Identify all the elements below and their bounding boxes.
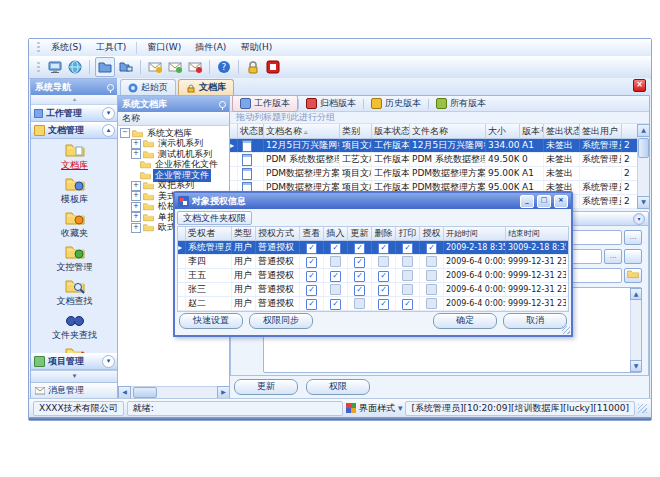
print-checkbox[interactable]	[402, 284, 413, 295]
insert-checkbox[interactable]	[330, 271, 341, 282]
small-button[interactable]	[624, 249, 642, 264]
menu-system[interactable]: 系统(S)	[44, 39, 89, 56]
grant-checkbox[interactable]	[426, 256, 437, 267]
sidebar-section-work[interactable]: 工作管理	[31, 105, 118, 122]
toolbar-grip[interactable]	[37, 62, 40, 73]
column-header[interactable]: 插入	[324, 227, 348, 240]
print-checkbox[interactable]	[402, 243, 413, 254]
dialog-title-bar[interactable]: 对象授权信息 _ □ ×	[175, 193, 571, 209]
ok-button[interactable]: 确定	[433, 313, 497, 329]
horizontal-scrollbar[interactable]: ◀ ▶	[118, 386, 230, 398]
column-header[interactable]: 打印	[396, 227, 420, 240]
delete-checkbox[interactable]	[378, 256, 389, 267]
view-checkbox[interactable]	[306, 299, 317, 310]
sidebar-section-project[interactable]: 项目管理	[31, 353, 118, 370]
column-header[interactable]: 授权方式	[256, 227, 300, 240]
view-checkbox[interactable]	[306, 271, 317, 282]
table-row[interactable]: PDM 系统数据整理检... 工艺文档 工作版本 PDM 系统数据整理... 4…	[230, 153, 649, 167]
tab-history-version[interactable]: 历史版本	[364, 96, 428, 111]
view-checkbox[interactable]	[306, 285, 317, 296]
mail-new-icon[interactable]	[146, 58, 164, 76]
update-checkbox[interactable]	[354, 243, 365, 254]
update-button[interactable]: 更新	[234, 379, 298, 395]
more-sections-bar[interactable]	[31, 370, 118, 382]
scroll-up-icon[interactable]: ▲	[637, 124, 650, 137]
ellipsis-button[interactable]: …	[604, 249, 622, 264]
mail-remove-icon[interactable]	[186, 58, 204, 76]
table-row[interactable]: PDM数据整理方案.doc 项目文档 工作版本 PDM数据整理方案.doc 95…	[230, 167, 649, 181]
scrollbar-thumb[interactable]	[638, 138, 649, 158]
scroll-up-icon[interactable]: ▲	[630, 288, 642, 300]
grant-checkbox[interactable]	[426, 270, 437, 281]
delete-checkbox[interactable]	[378, 243, 389, 254]
tab-start-page[interactable]: 起始页	[120, 79, 176, 95]
table-row[interactable]: 12月5日万兴隆网行... 项目文档 工作版本 12月5日万兴隆网行... 33…	[230, 139, 649, 153]
insert-checkbox[interactable]	[330, 256, 341, 267]
ellipsis-button[interactable]: …	[624, 230, 642, 245]
sidebar-footer-tab[interactable]: 消息管理	[31, 382, 118, 398]
pin-icon[interactable]	[107, 84, 114, 91]
group-by-hint[interactable]: 拖动列标题到此进行分组	[230, 112, 649, 124]
expand-icon[interactable]: +	[131, 191, 141, 201]
expand-icon[interactable]: +	[131, 202, 141, 212]
column-header[interactable]: 删除	[372, 227, 396, 240]
menu-help[interactable]: 帮助(H)	[233, 39, 279, 56]
insert-checkbox[interactable]	[330, 243, 341, 254]
delete-checkbox[interactable]	[378, 285, 389, 296]
sidebar-item-checked-out[interactable]: 签出的文档	[52, 346, 97, 353]
permission-row[interactable]: 赵二 用户 普通授权 2009-6-4 0:00:00 9999-12-31 2…	[178, 297, 568, 311]
vertical-scrollbar[interactable]: ▲ ▼	[637, 124, 649, 209]
column-header[interactable]: 版本状态	[372, 124, 410, 138]
permission-sync-button[interactable]: 权限同步	[249, 313, 313, 329]
column-header[interactable]: 授权	[420, 227, 444, 240]
exit-icon[interactable]	[264, 58, 282, 76]
sidebar-item-library[interactable]: 文档库	[61, 142, 88, 172]
tab-all-versions[interactable]: 所有版本	[429, 96, 493, 111]
tab-archive-version[interactable]: 归档版本	[299, 96, 363, 111]
sidebar-item-templates[interactable]: 模板库	[61, 176, 88, 206]
cancel-button[interactable]: 取消	[503, 313, 567, 329]
tab-document-library[interactable]: 文档库	[178, 79, 234, 95]
tree-column-header[interactable]: 名称	[118, 112, 230, 126]
column-header[interactable]: 受权者	[186, 227, 232, 240]
column-header[interactable]: 结束时间	[506, 227, 566, 240]
menu-plugins[interactable]: 插件(A)	[188, 39, 233, 56]
update-checkbox[interactable]	[354, 285, 365, 296]
quick-set-button[interactable]: 快速设置	[179, 313, 243, 329]
update-checkbox[interactable]	[354, 257, 365, 268]
resize-grip[interactable]	[562, 326, 570, 334]
menu-tools[interactable]: 工具(T)	[89, 39, 134, 56]
folder-computer-icon[interactable]	[117, 58, 135, 76]
column-header[interactable]: 查看	[300, 227, 324, 240]
vertical-scrollbar[interactable]: ▲ ▼	[630, 288, 641, 372]
expand-icon[interactable]: +	[131, 149, 141, 159]
chevron-up-icon[interactable]	[102, 124, 115, 137]
update-checkbox[interactable]	[354, 298, 365, 309]
tab-folder-permissions[interactable]: 文档文件夹权限	[177, 211, 252, 225]
toolbar-grip[interactable]	[37, 42, 40, 53]
sidebar-item-favorites[interactable]: 收藏夹	[61, 210, 88, 240]
chevron-down-icon[interactable]	[102, 107, 115, 120]
column-header[interactable]: 大小	[486, 124, 520, 138]
column-header[interactable]: 类型	[232, 227, 256, 240]
grant-checkbox[interactable]	[426, 243, 437, 254]
column-header-sorted[interactable]: 文档名称	[264, 124, 340, 138]
permission-button[interactable]: 权限	[306, 379, 370, 395]
expand-icon[interactable]: +	[131, 139, 141, 149]
delete-checkbox[interactable]	[378, 271, 389, 282]
delete-checkbox[interactable]	[378, 299, 389, 310]
desktop-icon[interactable]	[46, 58, 64, 76]
column-header[interactable]: 状态图	[238, 124, 264, 138]
maximize-icon[interactable]: □	[537, 195, 551, 208]
print-checkbox[interactable]	[402, 256, 413, 267]
column-header[interactable]: 类别	[340, 124, 372, 138]
menu-window[interactable]: 窗口(W)	[140, 39, 188, 56]
insert-checkbox[interactable]	[330, 284, 341, 295]
print-checkbox[interactable]	[402, 299, 413, 310]
permission-row[interactable]: 李四 用户 普通授权 2009-6-4 0:00:00 9999-12-31 2…	[178, 255, 568, 269]
view-checkbox[interactable]	[306, 257, 317, 268]
view-checkbox[interactable]	[306, 243, 317, 254]
expand-icon[interactable]: +	[131, 223, 141, 233]
column-header[interactable]: 签出用户	[580, 124, 622, 138]
scrollbar-thumb[interactable]	[133, 387, 157, 398]
